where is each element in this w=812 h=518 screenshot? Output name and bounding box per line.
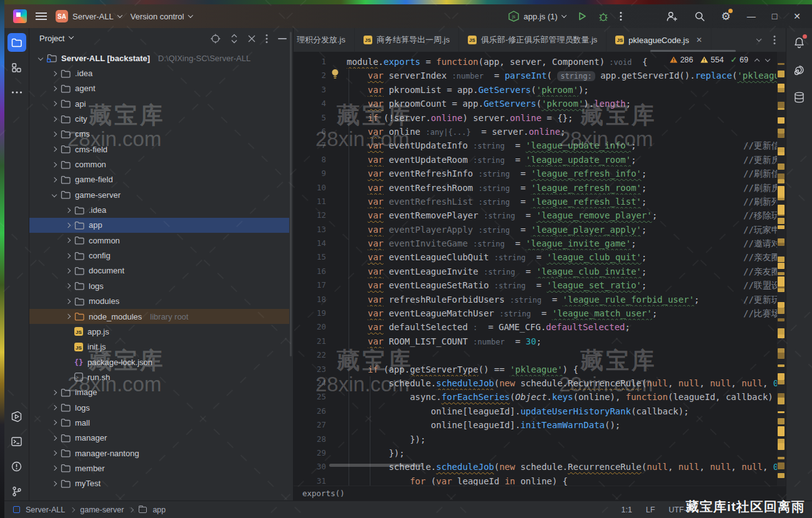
error-stripe[interactable] [777, 52, 786, 486]
tree-item-package-lock.json[interactable]: {}package-lock.json [29, 354, 293, 369]
tree-item-game-server[interactable]: game-server [29, 187, 293, 202]
chevron-right-icon[interactable] [52, 481, 57, 486]
tree-item-image[interactable]: image [29, 385, 293, 400]
status-widget[interactable]: 1:1 [621, 506, 632, 514]
code-with-me-icon[interactable] [666, 11, 678, 22]
tree-item-modules[interactable]: modules [29, 294, 293, 309]
chevron-right-icon[interactable] [52, 436, 57, 441]
code-line-10[interactable]: 10var eventRefreshRoom :string = 'league… [294, 181, 777, 195]
chevron-right-icon[interactable] [52, 466, 57, 471]
code-line-27[interactable]: 27online[leagueId].initTeamWarnData(); [294, 418, 777, 432]
tree-item-app[interactable]: app [29, 218, 293, 233]
more-actions-icon[interactable] [620, 11, 622, 21]
code-line-23[interactable]: 23if (app.getServerType() == 'pkleague')… [294, 363, 777, 376]
tree-item-common[interactable]: common [29, 233, 293, 248]
maximize-button[interactable]: □ [772, 11, 777, 21]
tree-item-config[interactable]: config [29, 248, 293, 263]
tree-item-.idea[interactable]: .idea [29, 66, 293, 81]
code-line-17[interactable]: 17var eventLeagueSetRatio :string = 'lea… [294, 278, 777, 292]
chevron-right-icon[interactable] [52, 101, 57, 106]
tree-item-document[interactable]: document [29, 263, 293, 278]
problems-tool-button[interactable] [7, 457, 26, 476]
code-line-31[interactable]: 31for (var leagueId in online) { [294, 474, 777, 486]
code-line-14[interactable]: 14var eventInviteGame :string = 'league_… [294, 237, 777, 250]
tree-item-nodemodules[interactable]: node_moduleslibrary root [29, 309, 293, 324]
chevron-right-icon[interactable] [52, 86, 57, 91]
tree-item-init.js[interactable]: JSinit.js [29, 340, 293, 354]
code-line-8[interactable]: 8var eventUpdateRoom :string = 'league_u… [294, 153, 777, 167]
tree-item-member[interactable]: member [29, 461, 293, 476]
chevron-right-icon[interactable] [52, 420, 57, 425]
chevron-right-icon[interactable] [52, 147, 57, 152]
inspections-ok[interactable]: ✓69 [731, 55, 748, 64]
project-tool-button[interactable] [7, 33, 26, 52]
status-breadcrumb-item[interactable]: app [152, 506, 166, 514]
minimize-button[interactable]: — [747, 11, 756, 21]
chevron-right-icon[interactable] [52, 162, 57, 167]
version-control-menu[interactable]: Version control [131, 12, 192, 21]
tree-item-run.sh[interactable]: >_run.sh [29, 369, 293, 384]
hide-panel-icon[interactable] [278, 37, 287, 40]
code-line-16[interactable]: 16var eventLeagueInvite :string = 'leagu… [294, 265, 777, 278]
code-line-21[interactable]: 21var ROOM_LIST_COUNT :number = 30; [294, 335, 777, 348]
run-configuration-selector[interactable]: js app.js (1) [508, 11, 565, 22]
tree-item-mytest[interactable]: myTest [29, 476, 293, 491]
tree-item-manager[interactable]: manager [29, 431, 293, 446]
chevron-right-icon[interactable] [66, 223, 71, 228]
code-editor[interactable]: 1module.exports = function(app, server, … [294, 52, 786, 486]
code-line-30[interactable]: 30schedule.scheduleJob(new schedule.Recu… [294, 460, 777, 474]
chevron-right-icon[interactable] [52, 116, 57, 121]
horizontal-scrollbar[interactable] [329, 464, 423, 467]
tab-list-dropdown-icon[interactable] [756, 36, 761, 41]
editor-tab-.js[interactable]: JS商务结算导出一周.js [355, 28, 459, 52]
editor-breadcrumbs[interactable]: exports() [294, 486, 786, 501]
tab-options-icon[interactable] [773, 35, 776, 45]
collapse-all-icon[interactable] [248, 35, 255, 42]
more-tool-windows-button[interactable] [7, 83, 26, 102]
status-breadcrumb-item[interactable]: game-server [80, 506, 124, 514]
project-tree-scrollbar[interactable] [290, 32, 292, 356]
terminal-tool-button[interactable] [7, 432, 26, 451]
chevron-right-icon[interactable] [52, 71, 57, 76]
code-line-11[interactable]: 11var eventRefreshList :string = 'league… [294, 195, 777, 208]
settings-button[interactable]: ⚙ [721, 10, 731, 23]
tree-item-game-field[interactable]: game-field [29, 172, 293, 187]
tree-item-mall[interactable]: mall [29, 415, 293, 430]
code-line-4[interactable]: 4var pkroomCount = app.GetServers('pkroo… [294, 97, 777, 110]
code-line-15[interactable]: 15var eventLeagueClubQuit :string = 'lea… [294, 250, 777, 264]
code-line-9[interactable]: 9var eventRefreshInfo :string = 'league_… [294, 167, 777, 180]
chevron-right-icon[interactable] [66, 314, 71, 319]
code-line-19[interactable]: 19var eventLeagueMatchUser :string = 'le… [294, 306, 777, 320]
chevron-right-icon[interactable] [66, 283, 71, 288]
code-line-5[interactable]: 5if (!server.online) server.online = {}; [294, 111, 777, 125]
code-line-2[interactable]: 2var serverIndex :number = parseInt( str… [294, 69, 777, 82]
chevron-right-icon[interactable] [52, 132, 57, 137]
tree-item-manager-nantong[interactable]: manager-nantong [29, 446, 293, 461]
code-line-26[interactable]: 26online[leagueId].updateUserHistoryRank… [294, 404, 777, 418]
chevron-right-icon[interactable] [52, 405, 57, 410]
chevron-right-icon[interactable] [66, 207, 71, 212]
code-line-3[interactable]: 3var pkroomList = app.GetServers('pkroom… [294, 83, 777, 97]
chevron-right-icon[interactable] [66, 268, 71, 273]
code-line-24[interactable]: 24schedule.scheduleJob(new schedule.Recu… [294, 376, 777, 390]
tree-item-cms[interactable]: cms [29, 127, 293, 142]
chevron-down-icon[interactable] [52, 192, 57, 197]
panel-options-icon[interactable] [265, 34, 268, 44]
code-line-6[interactable]: 6var online :any|{...} = server.online; [294, 125, 777, 139]
main-menu-icon[interactable] [36, 12, 47, 20]
chevron-right-icon[interactable] [52, 451, 57, 456]
code-line-25[interactable]: 25async.forEachSeries(Object.keys(online… [294, 390, 777, 404]
chevron-right-icon[interactable] [66, 253, 71, 258]
tab-close-icon[interactable]: ✕ [696, 36, 702, 44]
status-widget[interactable]: UTF-8 [669, 506, 691, 514]
notifications-button[interactable] [790, 33, 809, 52]
chevron-down-icon[interactable] [38, 56, 43, 61]
tree-item-agent[interactable]: agent [29, 81, 293, 96]
locate-file-icon[interactable] [210, 34, 220, 44]
search-everywhere-icon[interactable] [695, 11, 705, 22]
code-line-7[interactable]: 7var eventUpdateInfo :string = 'league_u… [294, 139, 777, 152]
code-line-28[interactable]: 28}); [294, 432, 777, 446]
git-tool-button[interactable] [7, 482, 26, 501]
intention-bulb-icon[interactable] [331, 69, 339, 79]
editor-tab-pkleaguecode.js[interactable]: JSpkleagueCode.js✕ [607, 28, 711, 52]
